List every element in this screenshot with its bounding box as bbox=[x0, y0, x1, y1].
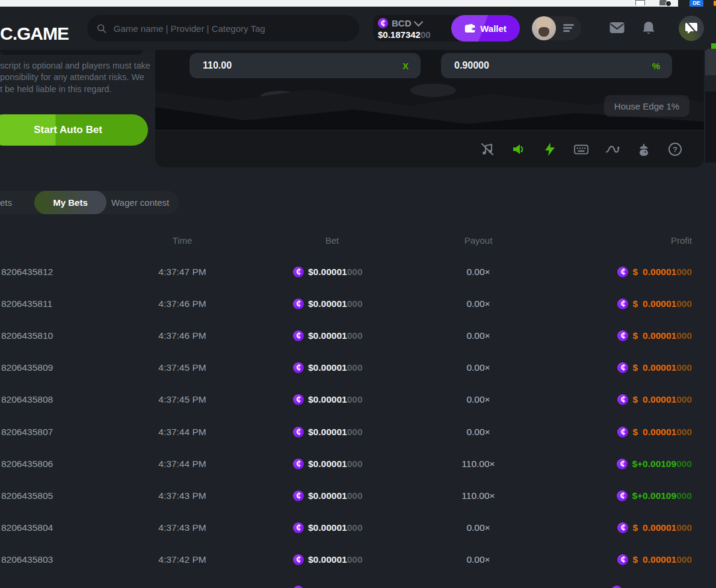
bcd-coin-icon bbox=[293, 459, 304, 469]
bcd-coin-icon bbox=[617, 330, 628, 341]
table-row[interactable]: 8206435812 4:37:47 PM $0.00001000 0.00× … bbox=[0, 256, 705, 288]
bcd-coin-icon bbox=[293, 299, 304, 309]
music-off-icon[interactable] bbox=[480, 142, 495, 156]
right-edge-green-sliver bbox=[711, 43, 716, 49]
column-time: Time bbox=[138, 235, 226, 246]
currency-code: BCD bbox=[392, 18, 412, 28]
help-icon[interactable]: ? bbox=[668, 142, 682, 156]
tab-wager-contest[interactable]: Wager contest bbox=[111, 191, 169, 214]
bet-time: 4:37:47 PM bbox=[138, 267, 226, 277]
bcd-coin-icon bbox=[617, 267, 628, 277]
bet-amount: $0.00001000 bbox=[293, 459, 363, 469]
bet-time: 4:37:44 PM bbox=[138, 427, 226, 438]
search-bar[interactable] bbox=[87, 15, 359, 42]
bet-id: 8206435803 bbox=[1, 554, 53, 565]
start-auto-bet-button[interactable]: Start Auto Bet bbox=[0, 114, 148, 146]
bet-amount: $0.00001000 bbox=[293, 299, 363, 309]
bet-payout: 0.00× bbox=[433, 522, 523, 533]
tab-all-bets[interactable]: ets bbox=[0, 191, 12, 214]
bet-id: 8206435806 bbox=[1, 459, 53, 469]
chat-toggle-icon[interactable] bbox=[679, 16, 704, 41]
bet-profit: $0.00001000 bbox=[617, 330, 692, 341]
bet-time: 4:37:46 PM bbox=[138, 299, 226, 309]
bcd-coin-icon bbox=[617, 491, 628, 501]
bet-payout: 0.00× bbox=[433, 299, 523, 309]
bet-profit: $0.00001000 bbox=[617, 427, 692, 438]
bell-icon[interactable] bbox=[642, 21, 655, 38]
bet-control-panel: script is optional and players must take… bbox=[0, 50, 155, 167]
bet-id: 8206435804 bbox=[1, 522, 53, 533]
payout-value[interactable] bbox=[202, 60, 398, 72]
bet-amount: $0.00001000 bbox=[293, 554, 363, 565]
payout-input[interactable]: X bbox=[190, 53, 421, 78]
table-row[interactable]: 8206435808 4:37:45 PM $0.00001000 0.00× … bbox=[0, 384, 705, 416]
svg-text:?: ? bbox=[673, 144, 677, 153]
bet-payout: 0.00× bbox=[433, 330, 523, 341]
bet-payout: 0.00× bbox=[433, 427, 523, 438]
avatar[interactable] bbox=[532, 16, 556, 40]
bet-id: 8206435807 bbox=[1, 427, 53, 438]
bcd-coin-icon bbox=[617, 299, 628, 309]
bcd-coin-icon bbox=[293, 427, 304, 438]
bcd-coin-icon bbox=[617, 522, 628, 533]
live-stats-icon[interactable] bbox=[605, 142, 620, 156]
wallet-icon bbox=[464, 23, 476, 33]
turbo-bolt-icon[interactable] bbox=[543, 142, 557, 156]
search-input[interactable] bbox=[113, 23, 350, 34]
bets-tabs-bar: ets My Bets Wager contest bbox=[0, 191, 179, 214]
bcd-coin-icon bbox=[293, 330, 304, 341]
de-extension-badge[interactable]: DE bbox=[690, 0, 703, 7]
currency-selector[interactable]: BCD $0.18734200 bbox=[373, 15, 463, 42]
balance-amount: $0.18734200 bbox=[378, 29, 431, 40]
bet-time: 4:37:43 PM bbox=[138, 491, 226, 501]
right-edge-panel-sliver-mid bbox=[705, 75, 716, 91]
hotkeys-keyboard-icon[interactable] bbox=[574, 142, 588, 156]
game-panel: X % House Edge 1% bbox=[155, 50, 704, 167]
table-row[interactable]: 8206435804 4:37:43 PM $0.00001000 0.00× … bbox=[0, 512, 705, 544]
column-bet: Bet bbox=[293, 235, 371, 246]
multiplier-suffix: X bbox=[403, 61, 409, 71]
table-row[interactable]: 8206435806 4:37:44 PM $0.00001000 110.00… bbox=[0, 448, 705, 480]
site-logo[interactable]: C.GAME bbox=[0, 23, 69, 44]
rank-menu-icon[interactable] bbox=[563, 24, 574, 32]
game-canvas: House Edge 1% bbox=[155, 78, 704, 130]
bcd-coin-icon bbox=[293, 586, 304, 588]
sound-on-icon[interactable] bbox=[511, 142, 526, 156]
bookmarks-icon[interactable] bbox=[635, 0, 645, 5]
bet-id: 8206435809 bbox=[1, 362, 53, 373]
bet-profit: $0.00001000 bbox=[617, 554, 692, 565]
bet-payout: 110.00× bbox=[433, 491, 523, 501]
bet-payout: 0.00× bbox=[433, 554, 523, 565]
table-row[interactable]: 8206435807 4:37:44 PM $0.00001000 0.00× … bbox=[0, 416, 705, 448]
right-edge-panel-sliver-dark bbox=[705, 91, 716, 162]
bcd-coin-icon bbox=[617, 554, 628, 565]
browser-chrome-strip: DE bbox=[0, 0, 716, 7]
wallet-button[interactable]: Wallet bbox=[451, 15, 520, 42]
tab-my-bets[interactable]: My Bets bbox=[34, 191, 106, 214]
bet-amount: $0.00001000 bbox=[293, 522, 363, 533]
bet-payout: 0.00× bbox=[433, 394, 523, 405]
bet-amount: $0.00001000 bbox=[293, 267, 363, 277]
table-row[interactable]: 8206435805 4:37:43 PM $0.00001000 110.00… bbox=[0, 480, 705, 512]
table-row[interactable]: 8206435809 4:37:45 PM $0.00001000 0.00× … bbox=[0, 352, 705, 384]
bet-id: 8206435811 bbox=[1, 299, 52, 309]
bet-payout: 0.00× bbox=[433, 267, 523, 277]
table-row[interactable]: 8206435811 4:37:46 PM $0.00001000 0.00× … bbox=[0, 288, 705, 320]
seed-fairness-icon[interactable] bbox=[637, 142, 651, 156]
win-chance-value[interactable] bbox=[453, 60, 647, 72]
bcd-coin-icon bbox=[293, 394, 304, 405]
bcd-coin-icon bbox=[293, 267, 304, 277]
profile-group[interactable] bbox=[532, 16, 581, 40]
bcd-coin-icon bbox=[617, 459, 628, 469]
bet-profit: $0.00001000 bbox=[617, 267, 692, 277]
bcd-coin-icon bbox=[293, 522, 304, 533]
bet-amount: $0.00001000 bbox=[293, 330, 363, 341]
mail-icon[interactable] bbox=[610, 22, 625, 36]
table-row[interactable]: 8206435810 4:37:46 PM $0.00001000 0.00× … bbox=[0, 320, 705, 351]
table-row[interactable]: 8206435803 4:37:42 PM $0.00001000 0.00× … bbox=[0, 544, 705, 576]
bet-amount: $0.00001000 bbox=[293, 491, 363, 501]
bet-id: 8206435808 bbox=[1, 394, 53, 405]
game-toolbar: ? bbox=[155, 130, 704, 167]
bet-amount: $0.00001000 bbox=[293, 362, 363, 373]
win-chance-input[interactable]: % bbox=[441, 53, 672, 78]
